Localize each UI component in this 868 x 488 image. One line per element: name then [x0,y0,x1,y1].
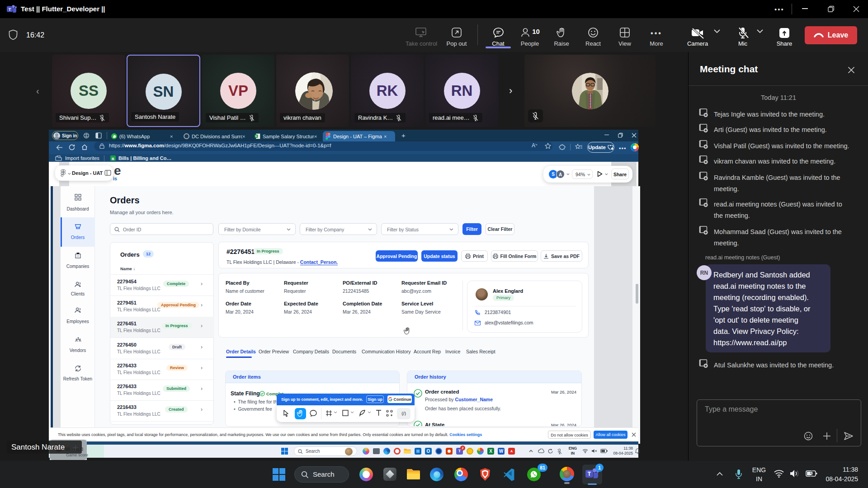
svg-text:T: T [588,471,591,477]
svg-text:T: T [9,7,11,12]
